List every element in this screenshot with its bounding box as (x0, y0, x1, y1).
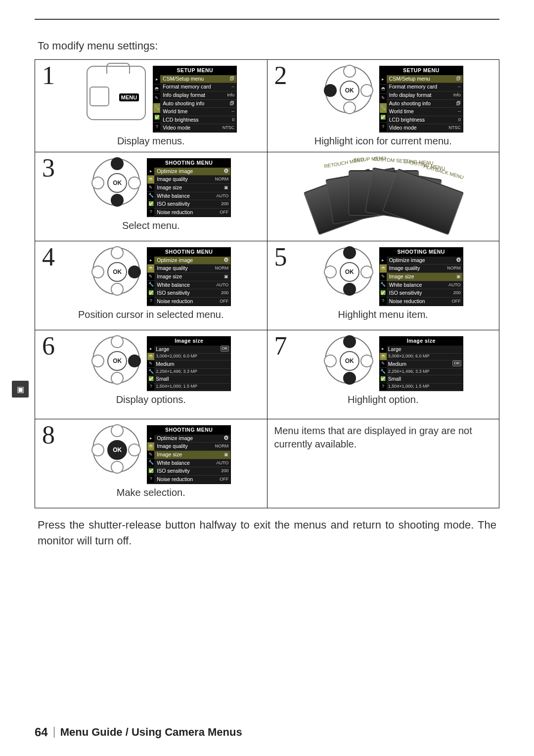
multi-selector: OK (92, 336, 140, 384)
step-caption: Make selection. (40, 487, 262, 498)
step-6-cell: 6 OK Image size ▸◓✎🔧✅? LargeOK3,008×2,00… (35, 330, 267, 419)
setup-list: CSM/Setup menu🗐Format memory card--Info … (160, 75, 236, 132)
step-4-cell: 4 OK SHOOTING MENU ▸◓✎🔧✅? Optimize image… (35, 241, 267, 330)
lcd-shooting-menu: SHOOTING MENU ▸◓✎🔧✅? Optimize image🅝Imag… (147, 425, 231, 484)
lcd-title: Image size (147, 337, 230, 346)
lcd-title: SHOOTING MENU (147, 159, 230, 168)
note-cell: Menu items that are displayed in gray ar… (267, 419, 500, 508)
step-number: 2 (274, 63, 287, 89)
step-5-cell: 5 OK SHOOTING MENU ▸◓✎🔧✅? Optimize image… (267, 241, 500, 330)
lcd-title: SHOOTING MENU (147, 426, 230, 435)
lcd-title: SHOOTING MENU (147, 248, 230, 257)
lcd-image-size: Image size ▸◓✎🔧✅? Large3,008×2,000; 6.0 … (379, 336, 463, 391)
step-caption: Display options. (40, 394, 262, 405)
ok-button: OK (340, 351, 359, 371)
step-caption: Select menu. (40, 220, 262, 231)
step-caption: Highlight option. (272, 394, 494, 405)
step-7-cell: 7 OK Image size ▸◓✎🔧✅? Large3,008×2,000;… (267, 330, 500, 419)
top-rule (35, 19, 499, 20)
outro-text: Press the shutter-release button halfway… (38, 517, 496, 549)
lcd-title: SETUP MENU (380, 66, 463, 75)
multi-selector: OK (92, 425, 140, 473)
lcd-image-size: Image size ▸◓✎🔧✅? LargeOK3,008×2,000; 6.… (147, 336, 231, 391)
step-number: 7 (274, 333, 287, 359)
step-number: 5 (274, 244, 287, 270)
step-number: 3 (42, 155, 55, 181)
multi-selector: OK (92, 158, 140, 206)
intro-text: To modify menu settings: (38, 40, 499, 52)
step-caption: Highlight icon for current menu. (272, 135, 494, 147)
lcd-shooting-menu: SHOOTING MENU ▸◓✎🔧✅? Optimize image🅝Imag… (147, 247, 231, 306)
chapter-tab-icon: ▣ (12, 381, 29, 398)
camera-body-illustration: MENU (87, 66, 146, 120)
manual-page: To modify menu settings: ▣ 1 MENU SETUP … (0, 0, 534, 756)
page-footer: 64 Menu Guide / Using Camera Menus (35, 725, 242, 739)
lcd-title: SETUP MENU (153, 66, 236, 75)
multi-selector: OK (325, 336, 372, 384)
step-caption: Position cursor in selected menu. (40, 309, 262, 320)
dpad-left-highlight (324, 84, 337, 97)
step-number: 4 (42, 244, 55, 270)
multi-selector: OK (92, 247, 140, 295)
step-1-cell: 1 MENU SETUP MENU ▸◓✎🔧✅? CSM/Setup menu🗐… (35, 60, 267, 152)
step-2-cell: 2 OK SETUP MENU ▸◓✎🔧✅? CSM/Setup menu🗐Fo… (267, 60, 500, 152)
menu-fan-cell: RETOUCH MENU SETUP MENU CUSTOM SETTING M… (267, 152, 500, 241)
step-caption: Highlight menu item. (272, 309, 494, 320)
ok-button: OK (340, 81, 359, 100)
page-number: 64 (35, 725, 48, 739)
step-number: 8 (42, 422, 55, 448)
step-number: 1 (42, 63, 55, 89)
lcd-title: SHOOTING MENU (380, 248, 463, 257)
lcd-setup-menu: SETUP MENU ▸◓✎🔧✅? CSM/Setup menu🗐Format … (379, 66, 463, 133)
lcd-shooting-menu: SHOOTING MENU ▸◓✎🔧✅? Optimize image🅝Imag… (379, 247, 463, 306)
step-3-cell: 3 OK SHOOTING MENU ▸◓✎🔧✅? Optimize image (35, 152, 267, 241)
menu-fan-illustration: RETOUCH MENU SETUP MENU CUSTOM SETTING M… (304, 156, 462, 230)
ok-button: OK (340, 262, 359, 282)
menu-button-label: MENU (119, 93, 139, 101)
lcd-title: Image size (380, 337, 463, 346)
steps-grid: 1 MENU SETUP MENU ▸◓✎🔧✅? CSM/Setup menu🗐… (35, 59, 499, 508)
step-caption: Display menus. (40, 135, 262, 147)
footer-title: Menu Guide / Using Camera Menus (60, 726, 242, 739)
gray-note: Menu items that are displayed in gray ar… (274, 425, 472, 449)
lcd-setup-menu: SETUP MENU ▸◓✎🔧✅? CSM/Setup menu🗐Format … (153, 66, 237, 133)
lcd-shooting-menu: SHOOTING MENU ▸◓✎🔧✅? Optimize image🅝Imag… (147, 158, 231, 217)
multi-selector: OK (325, 247, 372, 295)
multi-selector: OK (325, 66, 372, 113)
step-8-cell: 8 OK SHOOTING MENU ▸◓✎🔧✅? Optimize image… (35, 419, 267, 508)
step-number: 6 (42, 333, 55, 359)
